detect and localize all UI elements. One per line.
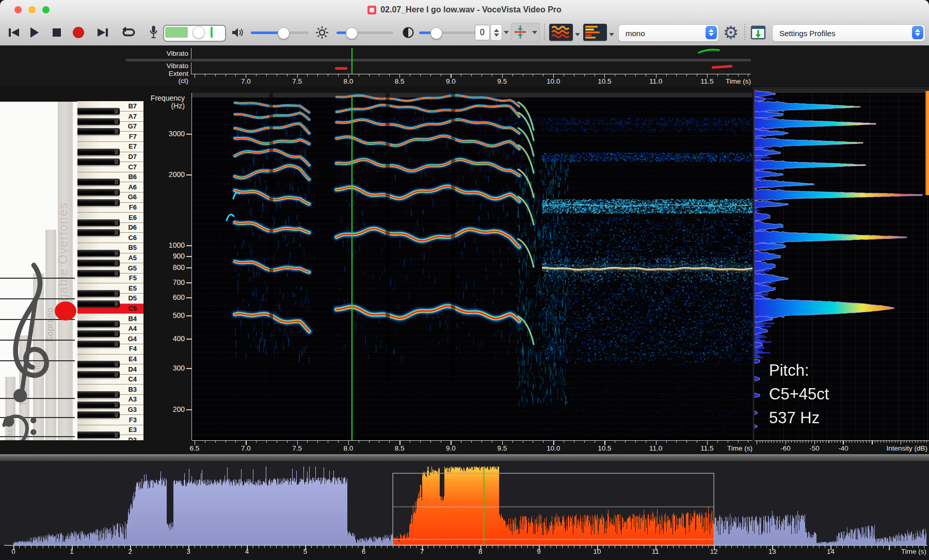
freq-tick-mark [186, 339, 191, 340]
close-button[interactable] [14, 6, 22, 13]
white-key-boundary [120, 374, 143, 375]
white-key-boundary [120, 152, 143, 152]
black-key[interactable] [77, 219, 120, 226]
skip-forward-button[interactable] [96, 26, 109, 39]
spectrogram-view-chevron-icon[interactable] [575, 33, 580, 36]
mic-level-knob[interactable] [193, 26, 205, 39]
document-icon [367, 6, 376, 14]
white-key-boundary [120, 111, 143, 111]
vibrato-row-divider[interactable] [125, 59, 751, 61]
waveform-time-unit: Time (s) [890, 548, 926, 555]
contrast-slider[interactable] [419, 31, 476, 34]
skip-back-button[interactable] [7, 26, 21, 39]
vibrato-time-unit: Time (s) [717, 77, 751, 85]
black-key[interactable] [77, 128, 120, 135]
black-key[interactable] [77, 179, 120, 185]
offset-stepper[interactable] [490, 24, 502, 41]
freq-tick-label-600: 600 [129, 293, 185, 301]
white-key-boundary [77, 425, 143, 425]
staff-area: Singable Overtones Soprano Alto Tenor Ba… [0, 102, 77, 440]
black-key[interactable] [77, 321, 120, 327]
black-key[interactable] [77, 402, 120, 408]
spectrogram-view-button[interactable] [549, 24, 573, 41]
gear-icon[interactable]: ⚙ [720, 23, 741, 42]
export-button[interactable] [749, 26, 767, 39]
spectrogram-canvas[interactable] [192, 93, 752, 440]
black-key[interactable] [77, 391, 120, 398]
spectrum-view-button[interactable] [583, 24, 607, 41]
waveform-time-tick-6: 6 [362, 548, 366, 555]
vibrato-extent-label: VibratoExtent(ct) [103, 62, 188, 85]
volume-knob[interactable] [278, 27, 290, 39]
black-key[interactable] [77, 411, 120, 418]
freq-tick-mark [186, 174, 191, 175]
black-key[interactable] [77, 189, 120, 196]
vibrato-row-label: Vibrato [103, 50, 188, 57]
zoom-button[interactable] [42, 6, 50, 13]
waveform-canvas[interactable] [0, 461, 929, 560]
white-key-boundary [120, 121, 143, 122]
black-key[interactable] [77, 371, 120, 378]
brightness-knob[interactable] [346, 27, 358, 39]
vibrato-time-tick-7.0: 7.0 [241, 77, 251, 85]
contrast-knob[interactable] [430, 27, 442, 39]
record-button[interactable] [72, 26, 85, 39]
volume-slider[interactable] [251, 31, 309, 34]
white-key-boundary [120, 414, 143, 415]
play-button[interactable] [28, 26, 41, 39]
white-key-boundary [120, 232, 143, 233]
freq-tick-mark [186, 282, 191, 283]
freq-tick-label-300: 300 [129, 364, 185, 372]
settings-profiles-select[interactable]: Settings Profiles [772, 24, 925, 42]
toolbar-separator [744, 24, 745, 41]
black-key[interactable] [77, 229, 120, 236]
black-key[interactable] [77, 270, 120, 277]
black-key[interactable] [77, 149, 120, 155]
minimize-button[interactable] [28, 6, 36, 13]
black-key[interactable] [77, 250, 120, 257]
analysis-area: Singable Overtones Soprano Alto Tenor Ba… [0, 86, 929, 454]
mic-level-meter[interactable] [163, 25, 226, 42]
title-bar: 02.07_Here I go low.wav - VoceVista Vide… [0, 0, 929, 20]
intensity-tick--40: -40 [838, 444, 848, 452]
vibrato-time-tick-8.5: 8.5 [395, 77, 405, 85]
black-key[interactable] [77, 199, 120, 206]
vibrato-time-tick-10.0: 10.0 [547, 77, 560, 85]
freq-tick-mark [186, 297, 191, 298]
fit-to-line-button[interactable] [511, 23, 540, 42]
spectrogram-time-tick-9: 9.0 [446, 444, 456, 452]
brightness-slider[interactable] [337, 31, 393, 34]
freq-tick-mark [186, 267, 191, 268]
waveform-time-tick-3: 3 [187, 548, 191, 555]
white-key-boundary [120, 192, 143, 193]
waveform-overview[interactable]: Time (s) 01234567891011121314 [0, 461, 929, 560]
panel-divider[interactable] [0, 454, 929, 461]
white-key-boundary [120, 344, 143, 344]
spectrum-view-chevron-icon[interactable] [609, 33, 614, 36]
black-key[interactable] [77, 158, 120, 165]
white-key-boundary [120, 273, 143, 274]
spectrogram-time-tick-11.5: 11.5 [700, 444, 713, 452]
white-key-boundary [77, 212, 143, 213]
channel-select-stepper-icon [706, 26, 717, 39]
black-key[interactable] [77, 118, 120, 125]
contrast-icon [402, 26, 414, 39]
black-key[interactable] [77, 361, 120, 367]
black-key[interactable] [77, 341, 120, 347]
channel-select[interactable]: mono [618, 24, 719, 42]
black-key[interactable] [77, 431, 120, 438]
offset-chevron-icon[interactable] [503, 26, 510, 39]
freq-tick-mark [186, 134, 191, 135]
black-key[interactable] [77, 108, 120, 115]
black-key[interactable] [77, 300, 120, 307]
black-key[interactable] [77, 260, 120, 266]
stop-button[interactable] [51, 26, 62, 39]
vocevista-window: 02.07_Here I go low.wav - VoceVista Vide… [0, 0, 929, 560]
offset-input[interactable]: 0 [475, 25, 490, 40]
waveform-time-tick-14: 14 [827, 548, 835, 555]
black-key[interactable] [77, 330, 120, 337]
black-key[interactable] [77, 290, 120, 297]
spectrogram-time-tick-7: 7.0 [241, 444, 251, 452]
freq-tick-label-500: 500 [129, 311, 185, 319]
loop-button[interactable] [121, 26, 136, 39]
